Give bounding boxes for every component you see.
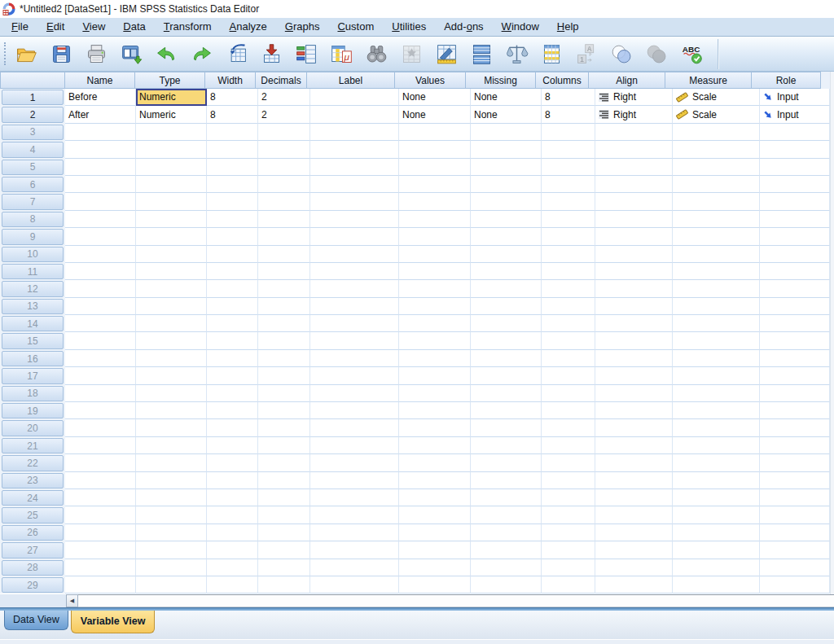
- cell-r21-missing[interactable]: [471, 437, 542, 454]
- cell-r18-name[interactable]: [65, 385, 136, 402]
- cell-r22-type[interactable]: [136, 454, 207, 471]
- cell-r1-measure[interactable]: Scale: [673, 89, 760, 106]
- cell-r23-width[interactable]: [207, 472, 258, 489]
- cell-r20-columns[interactable]: [542, 419, 595, 436]
- column-header-role[interactable]: Role: [751, 72, 821, 89]
- descriptive-statistics-icon[interactable]: μ: [329, 42, 353, 66]
- menu-item-window[interactable]: Window: [493, 18, 548, 36]
- cell-r6-width[interactable]: [207, 176, 258, 193]
- cell-r20-type[interactable]: [136, 419, 207, 436]
- row-header-15[interactable]: 15: [2, 333, 64, 348]
- row-header-3[interactable]: 3: [2, 125, 64, 140]
- cell-r19-type[interactable]: [136, 402, 207, 419]
- cell-r15-align[interactable]: [595, 332, 673, 349]
- cell-r11-align[interactable]: [595, 263, 673, 280]
- cell-r27-columns[interactable]: [542, 541, 595, 559]
- cell-r6-type[interactable]: [136, 176, 207, 193]
- cell-r23-missing[interactable]: [471, 472, 542, 489]
- cell-r27-name[interactable]: [65, 541, 136, 559]
- cell-r4-role[interactable]: [760, 141, 830, 158]
- menu-item-help[interactable]: Help: [548, 18, 588, 36]
- cell-r21-type[interactable]: [136, 437, 207, 454]
- menu-item-utilities[interactable]: Utilities: [383, 18, 435, 36]
- cell-r9-missing[interactable]: [471, 228, 542, 245]
- row-header-22[interactable]: 22: [2, 455, 64, 471]
- cell-r22-measure[interactable]: [673, 454, 760, 471]
- cell-r3-columns[interactable]: [542, 124, 595, 141]
- cell-r26-values[interactable]: [399, 524, 471, 541]
- cell-r6-name[interactable]: [65, 176, 136, 193]
- cell-r10-type[interactable]: [136, 246, 207, 263]
- column-header-name[interactable]: Name: [64, 72, 135, 89]
- cell-r16-missing[interactable]: [471, 350, 542, 367]
- cell-r28-type[interactable]: [136, 559, 207, 576]
- cell-r8-role[interactable]: [760, 211, 830, 228]
- cell-r12-columns[interactable]: [542, 280, 595, 297]
- cell-r4-label[interactable]: [310, 141, 399, 158]
- cell-r4-decimals[interactable]: [258, 141, 310, 158]
- row-header-13[interactable]: 13: [2, 299, 64, 314]
- cell-r8-label[interactable]: [310, 211, 399, 228]
- cell-r29-measure[interactable]: [673, 576, 760, 594]
- cell-r8-columns[interactable]: [542, 211, 595, 228]
- goto-variable-icon[interactable]: [259, 42, 283, 66]
- cell-r16-name[interactable]: [65, 350, 136, 367]
- column-header-decimals[interactable]: Decimals: [255, 72, 307, 89]
- cell-r16-type[interactable]: [136, 350, 207, 367]
- cell-r14-align[interactable]: [595, 315, 673, 332]
- cell-r1-columns[interactable]: 8: [542, 89, 595, 106]
- row-header-26[interactable]: 26: [2, 525, 64, 541]
- cell-r13-columns[interactable]: [542, 298, 595, 315]
- row-header-18[interactable]: 18: [2, 386, 64, 401]
- cell-r20-align[interactable]: [595, 419, 673, 436]
- cell-r7-columns[interactable]: [542, 193, 595, 210]
- cell-r11-width[interactable]: [207, 263, 258, 280]
- cell-r5-type[interactable]: [136, 159, 207, 176]
- cell-r24-type[interactable]: [136, 489, 207, 506]
- cell-r19-values[interactable]: [399, 402, 471, 419]
- cell-r22-role[interactable]: [760, 454, 830, 471]
- cell-r3-missing[interactable]: [471, 124, 542, 141]
- row-header-28[interactable]: 28: [2, 560, 64, 576]
- weight-cases-icon[interactable]: [504, 42, 529, 66]
- cell-r10-missing[interactable]: [471, 246, 542, 263]
- cell-r27-label[interactable]: [310, 541, 399, 559]
- cell-r23-columns[interactable]: [542, 472, 595, 489]
- cell-r16-label[interactable]: [310, 350, 399, 367]
- cell-r5-missing[interactable]: [471, 159, 542, 176]
- cell-r11-missing[interactable]: [471, 263, 542, 280]
- cell-r24-missing[interactable]: [471, 489, 542, 506]
- cell-r29-decimals[interactable]: [258, 576, 310, 594]
- cell-r8-align[interactable]: [595, 211, 673, 228]
- cell-r5-label[interactable]: [310, 159, 399, 176]
- cell-r19-label[interactable]: [310, 402, 399, 419]
- cell-r22-missing[interactable]: [471, 454, 542, 471]
- cell-r26-columns[interactable]: [542, 524, 595, 541]
- open-data-icon[interactable]: [14, 42, 38, 66]
- cell-r12-name[interactable]: [65, 280, 136, 297]
- cell-r6-measure[interactable]: [673, 176, 760, 193]
- cell-r2-role[interactable]: Input: [760, 106, 830, 123]
- cell-r29-values[interactable]: [399, 576, 471, 594]
- selected-cell-r1-type[interactable]: Numeric: [136, 89, 207, 106]
- grid-corner-cell[interactable]: [0, 72, 65, 89]
- cell-r25-width[interactable]: [207, 506, 258, 524]
- cell-r29-missing[interactable]: [471, 576, 542, 594]
- cell-r10-label[interactable]: [310, 246, 399, 263]
- insert-cases-icon[interactable]: [399, 42, 424, 66]
- cell-r14-label[interactable]: [310, 315, 399, 332]
- cell-r9-type[interactable]: [136, 228, 207, 245]
- cell-r7-role[interactable]: [760, 193, 830, 210]
- cell-r20-decimals[interactable]: [258, 419, 310, 436]
- cell-r16-decimals[interactable]: [258, 350, 310, 367]
- row-header-7[interactable]: 7: [2, 194, 64, 209]
- cell-r9-width[interactable]: [207, 228, 258, 245]
- row-header-6[interactable]: 6: [2, 177, 64, 192]
- cell-r18-type[interactable]: [136, 385, 207, 402]
- cell-r19-measure[interactable]: [673, 402, 760, 419]
- cell-r11-columns[interactable]: [542, 263, 595, 280]
- cell-r21-name[interactable]: [65, 437, 136, 454]
- cell-r14-name[interactable]: [65, 315, 136, 332]
- cell-r10-values[interactable]: [399, 246, 471, 263]
- cell-r11-values[interactable]: [399, 263, 471, 280]
